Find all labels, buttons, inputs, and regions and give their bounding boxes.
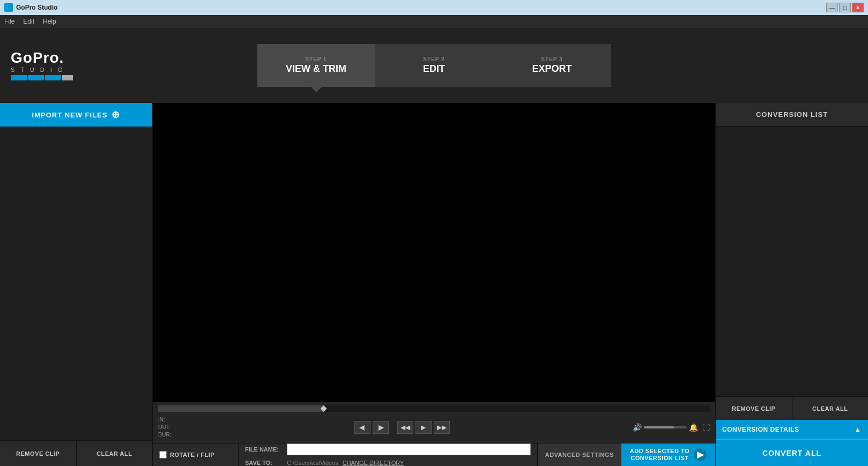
close-button[interactable]: ✕ xyxy=(852,3,864,12)
center-panel: IN: OUT: DUR: ◀| |▶ ◀◀ ▶ ▶▶ 🔊 xyxy=(153,103,715,466)
right-panel: CONVERSION LIST REMOVE CLIP CLEAR ALL CO… xyxy=(715,103,868,466)
conversion-details-header: CONVERSION DETAILS ▲ xyxy=(716,420,868,439)
maximize-button[interactable]: □ xyxy=(839,3,851,12)
right-remove-clip-button[interactable]: REMOVE CLIP xyxy=(716,397,792,420)
transport-row: IN: OUT: DUR: ◀| |▶ ◀◀ ▶ ▶▶ 🔊 xyxy=(158,414,710,441)
menu-bar: File Edit Help xyxy=(0,15,868,28)
step2-num: STEP 2 xyxy=(423,56,444,62)
volume-icon[interactable]: 🔊 xyxy=(633,423,642,432)
bottom-controls: ROTATE / FLIP FILE NAME: SAVE TO: C:\Use… xyxy=(153,443,715,466)
main-layout: IMPORT NEW FILES ⊕ REMOVE CLIP CLEAR ALL… xyxy=(0,103,868,466)
color-blocks xyxy=(11,75,73,80)
left-clear-all-button[interactable]: CLEAR ALL xyxy=(77,441,153,466)
step-tabs: STEP 1 VIEW & TRIM STEP 2 EDIT STEP 3 EX… xyxy=(257,44,611,87)
convert-all-button[interactable]: CONVERT ALL xyxy=(716,439,868,466)
step3-label: EXPORT xyxy=(532,63,572,75)
next-frame-button[interactable]: |▶ xyxy=(373,421,389,434)
minimize-button[interactable]: — xyxy=(826,3,838,12)
menu-edit[interactable]: Edit xyxy=(23,18,34,25)
rotate-flip-checkbox[interactable] xyxy=(159,451,167,458)
app-header: GoPro. S T U D I O STEP 1 VIEW & TRIM ST… xyxy=(0,28,868,103)
save-to-path: C:\Users\ws\Videos xyxy=(287,460,338,466)
add-to-conversion-list-button[interactable]: ADD SELECTED TOCONVERSION LIST ▶ xyxy=(621,443,715,466)
conversion-list-header: CONVERSION LIST xyxy=(716,103,868,127)
step1-num: STEP 1 xyxy=(305,56,327,62)
transport-buttons: ◀| |▶ ◀◀ ▶ ▶▶ xyxy=(354,421,450,434)
step3-num: STEP 3 xyxy=(541,56,562,62)
scrubber-filled xyxy=(158,405,324,412)
step2-label: EDIT xyxy=(423,63,445,75)
volume-area: 🔊 🔔 ⛶ xyxy=(633,423,710,432)
filename-section: FILE NAME: SAVE TO: C:\Users\ws\Videos C… xyxy=(239,443,537,466)
app-title: GoPro Studio xyxy=(16,4,57,11)
filename-row: FILE NAME: xyxy=(245,443,531,455)
right-clear-all-button[interactable]: CLEAR ALL xyxy=(792,397,869,420)
app-icon xyxy=(4,3,13,12)
gopro-wordmark: GoPro. xyxy=(11,50,73,65)
title-bar-left: GoPro Studio xyxy=(4,3,57,12)
save-to-label: SAVE TO: xyxy=(245,460,283,466)
conversion-list-title: CONVERSION LIST xyxy=(756,110,828,119)
fullscreen-button[interactable]: ⛶ xyxy=(702,423,710,432)
color-block-3 xyxy=(45,75,61,80)
color-block-1 xyxy=(11,75,27,80)
time-dur: DUR: xyxy=(158,431,171,439)
time-out: OUT: xyxy=(158,424,171,431)
time-info: IN: OUT: DUR: xyxy=(158,416,171,439)
add-arrow-icon: ▶ xyxy=(694,448,707,461)
studio-text: S T U D I O xyxy=(11,66,73,73)
details-chevron-icon[interactable]: ▲ xyxy=(854,425,862,434)
play-button[interactable]: ▶ xyxy=(416,421,432,434)
rotate-flip-label: ROTATE / FLIP xyxy=(170,452,214,458)
menu-file[interactable]: File xyxy=(4,18,14,25)
file-name-label: FILE NAME: xyxy=(245,446,283,453)
saveto-row: SAVE TO: C:\Users\ws\Videos CHANGE DIREC… xyxy=(245,460,531,466)
rewind-button[interactable]: ◀◀ xyxy=(397,421,413,434)
time-in: IN: xyxy=(158,416,171,424)
change-directory-button[interactable]: CHANGE DIRECTORY xyxy=(343,460,404,466)
import-label: IMPORT NEW FILES xyxy=(32,111,108,119)
add-to-list-label: ADD SELECTED TOCONVERSION LIST xyxy=(630,448,689,462)
scrubber-track[interactable] xyxy=(158,405,710,412)
title-bar: GoPro Studio — □ ✕ xyxy=(0,0,868,15)
left-bottom-buttons: REMOVE CLIP CLEAR ALL xyxy=(0,440,152,466)
volume-fill xyxy=(644,426,674,428)
volume-max-icon: 🔔 xyxy=(689,423,698,432)
step1-label: VIEW & TRIM xyxy=(286,63,346,75)
title-bar-controls: — □ ✕ xyxy=(826,3,864,12)
scrubber-area: IN: OUT: DUR: ◀| |▶ ◀◀ ▶ ▶▶ 🔊 xyxy=(153,402,715,443)
volume-slider[interactable] xyxy=(644,426,687,428)
tab-view-trim[interactable]: STEP 1 VIEW & TRIM xyxy=(257,44,375,87)
fast-forward-button[interactable]: ▶▶ xyxy=(434,421,450,434)
tab-export[interactable]: STEP 3 EXPORT xyxy=(493,44,611,87)
color-block-4 xyxy=(62,75,73,80)
tab-edit[interactable]: STEP 2 EDIT xyxy=(375,44,493,87)
conversion-list-area xyxy=(716,127,868,396)
left-remove-clip-button[interactable]: REMOVE CLIP xyxy=(0,441,77,466)
import-plus-icon: ⊕ xyxy=(112,109,120,121)
file-list xyxy=(0,127,152,440)
conversion-right-buttons: REMOVE CLIP CLEAR ALL xyxy=(716,396,868,420)
gopro-logo: GoPro. S T U D I O xyxy=(11,50,73,80)
color-block-2 xyxy=(28,75,44,80)
prev-frame-button[interactable]: ◀| xyxy=(354,421,370,434)
video-area xyxy=(153,103,715,402)
file-name-input[interactable] xyxy=(287,443,531,455)
import-new-files-button[interactable]: IMPORT NEW FILES ⊕ xyxy=(0,103,152,127)
conversion-details-title: CONVERSION DETAILS xyxy=(722,426,799,433)
advanced-settings-button[interactable]: ADVANCED SETTINGS xyxy=(537,443,621,466)
left-panel: IMPORT NEW FILES ⊕ REMOVE CLIP CLEAR ALL xyxy=(0,103,153,466)
rotate-flip-section: ROTATE / FLIP xyxy=(153,443,239,466)
menu-help[interactable]: Help xyxy=(43,18,56,25)
